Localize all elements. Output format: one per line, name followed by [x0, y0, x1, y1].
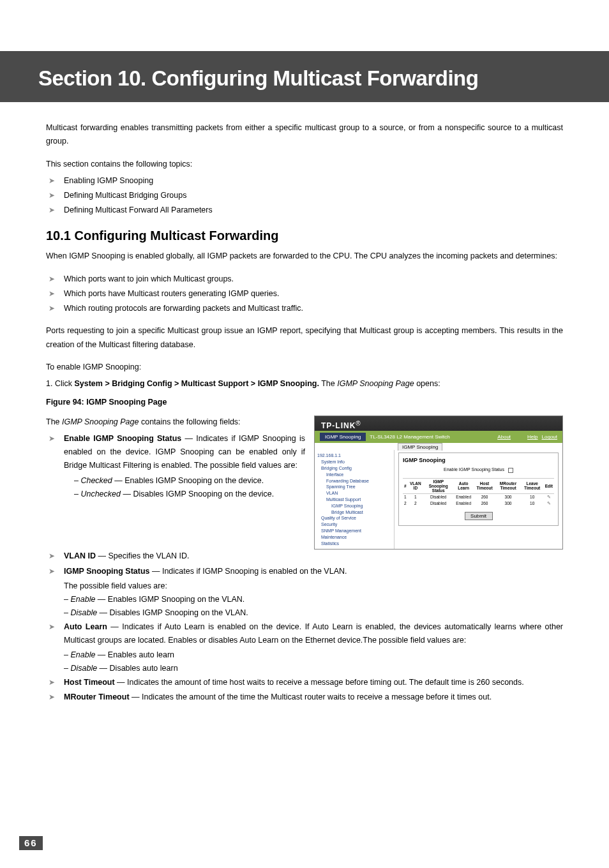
field-auto-learn: ➤ Auto Learn — Indicates if Auto Learn i… — [46, 620, 563, 648]
breadcrumb-box: IGMP Snooping — [320, 433, 366, 441]
page-number: 66 — [19, 836, 43, 850]
analyzes-list: ➤Which ports want to join which Multicas… — [46, 273, 563, 316]
bullet-icon: ➤ — [49, 287, 57, 301]
value-desc: — Enables auto learn — [95, 650, 174, 659]
list-item: ➤Defining Multicast Forward All Paramete… — [46, 204, 563, 217]
field-sub-intro: The possible field values are: — [64, 580, 563, 593]
table-header: IGMP Snooping Status — [423, 478, 453, 493]
tree-node[interactable]: VLAN — [317, 490, 391, 497]
tree-node[interactable]: Forwarding Database — [317, 478, 391, 484]
tree-node[interactable]: Spanning Tree — [317, 484, 391, 490]
table-header: VLAN ID — [408, 478, 423, 493]
field-desc: — Specifies the VLAN ID. — [96, 551, 190, 560]
shot-body: 192.168.1.1System InfoBridging ConfigInt… — [315, 450, 562, 549]
section-title-bar: Section 10. Configuring Multicast Forwar… — [0, 51, 609, 102]
subsection-intro: When IGMP Snooping is enabled globally, … — [46, 250, 563, 263]
tree-node[interactable]: 192.168.1.1 — [317, 453, 391, 459]
table-cell: 2 — [403, 500, 408, 507]
about-link[interactable]: About — [497, 434, 511, 440]
tree-node[interactable]: Maintenance — [317, 534, 391, 541]
topic-text: Defining Multicast Forward All Parameter… — [64, 204, 213, 217]
shot-toolbar: IGMP Snooping TL-SL3428 L2 Management Sw… — [315, 431, 562, 443]
tree-node[interactable]: Bridge Multicast — [317, 509, 391, 516]
field-value-disable: – Disable — Disables auto learn — [64, 662, 563, 675]
submit-button[interactable]: Submit — [465, 512, 493, 520]
tree-node[interactable]: Statistics — [317, 541, 391, 547]
table-row: 22DisabledEnabled26030010✎ — [403, 500, 554, 507]
tree-node[interactable]: Security — [317, 521, 391, 528]
tree-node[interactable]: IGMP Snooping — [317, 503, 391, 509]
field-mrouter-timeout: ➤ MRouter Timeout — Indicates the amount… — [46, 691, 563, 704]
table-cell: Disabled — [423, 500, 453, 507]
field-host-timeout: ➤ Host Timeout — Indicates the amount of… — [46, 676, 563, 689]
snooping-table: #VLAN IDIGMP Snooping StatusAuto LearnHo… — [403, 478, 554, 507]
topic-text: Enabling IGMP Snooping — [64, 174, 153, 188]
tree-node[interactable]: SNMP Management — [317, 528, 391, 534]
page-content: Multicast forwarding enables transmittin… — [0, 102, 609, 704]
subsection-heading: 10.1 Configuring Multicast Forwarding — [46, 228, 563, 243]
field-name: Enable IGMP Snooping Status — [64, 434, 181, 443]
help-link[interactable]: Help — [527, 434, 538, 440]
enable-step: 1. Click System > Bridging Config > Mult… — [46, 377, 563, 390]
step-text: 1. Click — [46, 379, 74, 388]
tree-node[interactable]: Bridging Config — [317, 465, 391, 472]
value-name: Disable — [70, 608, 97, 617]
nav-tree[interactable]: 192.168.1.1System InfoBridging ConfigInt… — [315, 450, 395, 549]
tree-node[interactable]: System Info — [317, 459, 391, 465]
text: contains the following fields: — [139, 417, 240, 426]
edit-icon[interactable]: ✎ — [544, 500, 554, 507]
topic-text: Defining Multicast Bridging Groups — [64, 189, 186, 202]
intro-paragraph-1: Multicast forwarding enables transmittin… — [46, 121, 563, 149]
value-desc: — Enables IGMP Snooping on the device. — [112, 476, 264, 485]
field-value-enable: – Enable — Enables IGMP Snooping on the … — [64, 593, 563, 606]
table-cell: 300 — [495, 493, 520, 500]
fields-column: The IGMP Snooping Page contains the foll… — [46, 415, 305, 501]
edit-icon[interactable]: ✎ — [544, 493, 554, 500]
figure-caption: Figure 94: IGMP Snooping Page — [46, 398, 563, 407]
bullet-icon: ➤ — [49, 565, 57, 578]
table-header: Auto Learn — [453, 478, 473, 493]
bullet-icon: ➤ — [49, 676, 57, 689]
field-value-disable: – Disable — Disables IGMP Snooping on th… — [64, 606, 563, 620]
text: The — [46, 417, 62, 426]
ports-paragraph: Ports requesting to join a specific Mult… — [46, 324, 563, 352]
enable-heading: To enable IGMP Snooping: — [46, 361, 563, 373]
table-row: 11DisabledEnabled26030010✎ — [403, 493, 554, 500]
value-name: Enable — [70, 595, 95, 604]
table-cell: Disabled — [423, 493, 453, 500]
bullet-icon: ➤ — [49, 620, 57, 648]
field-desc: — Indicates the amount of time host wait… — [115, 678, 524, 687]
field-name: Auto Learn — [64, 622, 107, 631]
bullet-icon: ➤ — [49, 432, 57, 473]
list-item: ➤Which ports want to join which Multicas… — [46, 273, 563, 286]
intro-paragraph-2: This section contains the following topi… — [46, 158, 563, 170]
field-value-unchecked: – Unchecked — Disables IGMP Snooping on … — [74, 488, 305, 501]
shot-main-panel: IGMP Snooping Enable IGMP Snooping Statu… — [395, 450, 562, 549]
tree-node[interactable]: Quality of Service — [317, 515, 391, 521]
table-header: Leave Timeout — [521, 478, 544, 493]
table-cell: 1 — [408, 493, 423, 500]
device-name: TL-SL3428 L2 Management Switch — [370, 434, 493, 440]
step-path: System > Bridging Config > Multicast Sup… — [74, 379, 319, 388]
topics-list: ➤Enabling IGMP Snooping ➤Defining Multic… — [46, 174, 563, 218]
table-header: MRouter Timeout — [495, 478, 520, 493]
bullet-icon: ➤ — [49, 273, 57, 286]
table-header: Host Timeout — [474, 478, 496, 493]
field-name: Host Timeout — [64, 678, 115, 687]
table-header: Edit — [544, 478, 554, 493]
enable-checkbox[interactable] — [508, 468, 513, 473]
logout-link[interactable]: Logout — [542, 434, 557, 440]
screenshot-column: TP-LINK® IGMP Snooping TL-SL3428 L2 Mana… — [314, 415, 563, 550]
list-item: ➤Enabling IGMP Snooping — [46, 174, 563, 188]
tree-node[interactable]: Multicast Support — [317, 497, 391, 503]
table-cell: Enabled — [453, 500, 473, 507]
value-desc: — Enables IGMP Snooping on the VLAN. — [95, 595, 244, 604]
list-item: ➤Which routing protocols are forwarding … — [46, 302, 563, 315]
step-page-name: IGMP Snooping Page — [337, 379, 414, 388]
tree-node[interactable]: Interface — [317, 472, 391, 478]
bullet-icon: ➤ — [49, 174, 57, 188]
field-snooping-status: ➤ IGMP Snooping Status — Indicates if IG… — [46, 565, 563, 578]
two-column-layout: The IGMP Snooping Page contains the foll… — [46, 415, 563, 550]
table-cell: 2 — [408, 500, 423, 507]
value-desc: — Disables auto learn — [97, 664, 177, 673]
